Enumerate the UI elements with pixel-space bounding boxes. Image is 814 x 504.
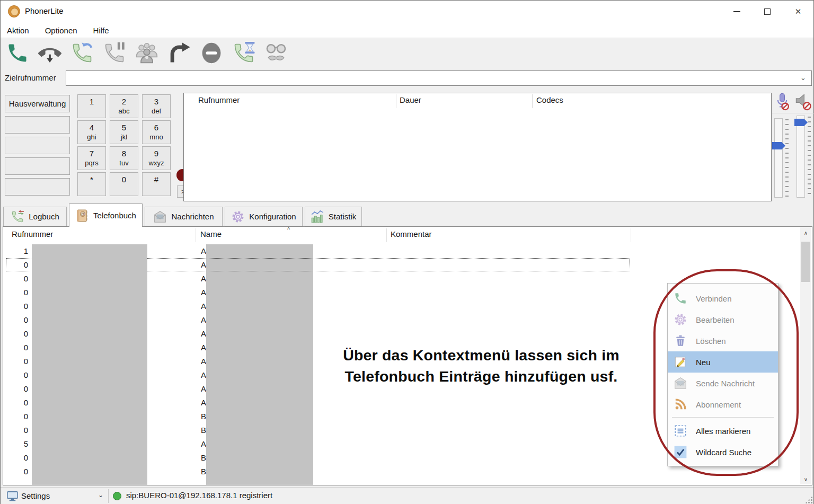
column-divider (532, 94, 533, 108)
upper-section: Hausverwaltung 12abc3def4ghi5jkl6mno7pqr… (1, 89, 813, 204)
redaction-box (32, 258, 147, 272)
keypad-key-#[interactable]: # (142, 172, 171, 196)
new-pencil-icon (674, 355, 687, 369)
redial-icon[interactable] (66, 38, 98, 68)
row-name: A (201, 286, 206, 299)
table-row[interactable]: 0A (4, 258, 799, 272)
row-name: A (201, 313, 206, 327)
tab-logbuch[interactable]: Logbuch (3, 207, 67, 226)
call-wait-icon[interactable] (227, 38, 260, 68)
redaction-box (206, 244, 313, 258)
keypad-key-0[interactable]: 0 (110, 172, 138, 196)
redaction-box (32, 327, 147, 341)
speed-dial-button-1[interactable]: Hausverwaltung (5, 95, 70, 112)
redaction-box (206, 437, 313, 451)
row-number: 0 (6, 286, 28, 299)
keypad: 12abc3def4ghi5jkl6mno7pqrs8tuv9wxyz*0# (77, 94, 171, 196)
tab-statistik[interactable]: Statistik (305, 207, 362, 226)
close-icon[interactable]: ✕ (783, 1, 813, 23)
edit-gear-icon (674, 313, 687, 326)
menu-item-verbinden[interactable]: Verbinden (668, 288, 778, 309)
conference-icon[interactable] (130, 38, 163, 68)
key-digit: # (143, 173, 170, 185)
block-icon[interactable] (195, 38, 227, 68)
menu-item-wildcard-suche[interactable]: Wildcard Suche (668, 441, 778, 463)
keypad-key-1[interactable]: 1 (77, 94, 106, 118)
keypad-key-8[interactable]: 8tuv (110, 146, 138, 170)
menu-aktion[interactable]: Aktion (7, 26, 29, 35)
row-number: 0 (6, 451, 28, 465)
keypad-key-9[interactable]: 9wxyz (142, 146, 171, 170)
table-row[interactable]: 0B (4, 465, 799, 479)
keypad-key-2[interactable]: 2abc (110, 94, 138, 118)
menu-item-sende-nachricht[interactable]: Sende Nachricht (668, 373, 778, 394)
redaction-box (32, 286, 147, 299)
row-name: B (201, 465, 206, 479)
redaction-box (206, 313, 313, 327)
keypad-key-3[interactable]: 3def (142, 94, 171, 118)
pb-col-kommentar[interactable]: Kommentar (391, 229, 432, 238)
menu-optionen[interactable]: Optionen (45, 26, 77, 35)
speed-dial-button-2[interactable] (5, 116, 70, 134)
row-name: B (201, 410, 206, 423)
divider (772, 113, 814, 113)
calls-col-codecs[interactable]: Codecs (536, 95, 563, 104)
chevron-down-icon[interactable]: ⌄ (98, 491, 103, 499)
keypad-key-6[interactable]: 6mno (142, 120, 171, 144)
row-name: A (201, 272, 206, 286)
dial-number-input[interactable]: ⌄ (66, 70, 812, 86)
pb-col-name[interactable]: Name (200, 229, 222, 238)
key-letters: tuv (110, 159, 138, 167)
tab-nachrichten[interactable]: Nachrichten (145, 207, 223, 226)
keypad-key-5[interactable]: 5jkl (110, 120, 138, 144)
tab-telefonbuch[interactable]: @ Telefonbuch (69, 204, 143, 227)
svg-text:@: @ (81, 211, 85, 216)
speed-dial-button-5[interactable] (5, 178, 70, 196)
row-name: A (201, 244, 206, 258)
row-name: A (201, 355, 206, 368)
key-letters: abc (110, 107, 138, 115)
keypad-key-4[interactable]: 4ghi (77, 120, 106, 144)
calls-col-dauer[interactable]: Dauer (400, 95, 421, 104)
calls-col-rufnummer[interactable]: Rufnummer (198, 95, 240, 104)
redaction-box (32, 465, 147, 479)
speaker-slider-thumb[interactable] (794, 119, 808, 126)
keypad-key-*[interactable]: * (77, 172, 106, 196)
menu-item-loeschen[interactable]: Löschen (668, 330, 778, 351)
microphone-slider[interactable] (774, 118, 783, 198)
hangup-icon[interactable] (33, 38, 66, 68)
speed-dial-button-3[interactable] (5, 137, 70, 154)
pb-col-rufnummer[interactable]: Rufnummer (12, 229, 53, 238)
keypad-key-7[interactable]: 7pqrs (77, 146, 106, 170)
menu-item-bearbeiten[interactable]: Bearbeiten (668, 309, 778, 330)
speed-dial-button-4[interactable] (5, 157, 70, 175)
tab-konfiguration[interactable]: Konfiguration (225, 207, 303, 226)
registration-status-text: sip:BUERO-01@192.168.178.1 registriert (126, 491, 272, 500)
incognito-icon[interactable] (260, 38, 292, 68)
redaction-box (206, 286, 313, 299)
table-row[interactable] (4, 479, 799, 485)
menu-hilfe[interactable]: Hilfe (93, 26, 109, 35)
table-row[interactable]: 1A (4, 244, 799, 258)
call-icon[interactable] (1, 38, 33, 68)
menu-item-abonnement[interactable]: Abonnement (668, 394, 778, 415)
menu-item-alles-markieren[interactable]: Alles markieren (668, 420, 778, 441)
scroll-up-icon[interactable]: ∧ (800, 227, 811, 238)
chevron-down-icon[interactable]: ⌄ (800, 74, 806, 82)
speaker-muted-icon[interactable] (794, 92, 812, 112)
maximize-icon[interactable] (752, 1, 783, 23)
profile-name: Settings (21, 491, 50, 500)
vertical-scrollbar[interactable]: ∧ ∨ (800, 227, 811, 484)
minimize-icon[interactable] (721, 1, 752, 23)
speaker-slider[interactable] (797, 116, 805, 198)
profile-selector[interactable]: Settings ⌄ (3, 489, 107, 503)
hold-icon[interactable] (98, 38, 130, 68)
menu-item-neu[interactable]: Neu (668, 351, 778, 373)
scroll-down-icon[interactable]: ∨ (800, 474, 811, 484)
microphone-slider-thumb[interactable] (772, 142, 785, 149)
scrollbar-thumb[interactable] (801, 242, 810, 282)
resize-grip[interactable] (805, 496, 812, 503)
microphone-muted-icon[interactable] (774, 92, 790, 112)
microphone-slider-ticks (785, 119, 789, 198)
transfer-icon[interactable] (163, 38, 195, 68)
